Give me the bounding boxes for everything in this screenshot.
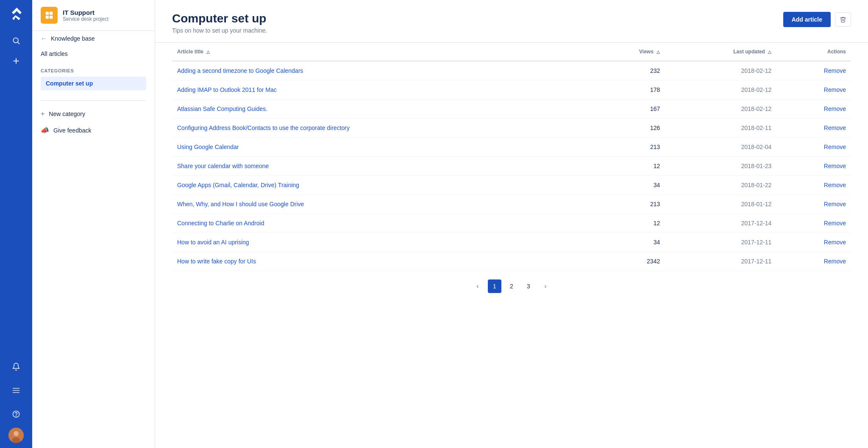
article-views-cell: 213 bbox=[593, 195, 665, 214]
sort-icon-updated: △ bbox=[768, 50, 771, 54]
app-logo[interactable] bbox=[8, 5, 25, 22]
new-category-action[interactable]: + New category bbox=[32, 106, 155, 122]
article-title-link[interactable]: Share your calendar with someone bbox=[177, 163, 269, 169]
remove-article-link[interactable]: Remove bbox=[824, 67, 846, 74]
knowledge-base-back-nav[interactable]: ← Knowledge base bbox=[32, 31, 155, 46]
articles-table: Article title △ Views △ Last updated △ A… bbox=[172, 43, 851, 271]
menu-nav-icon[interactable] bbox=[8, 382, 25, 399]
main-content: Computer set up Tips on how to set up yo… bbox=[155, 0, 868, 448]
remove-article-link[interactable]: Remove bbox=[824, 182, 846, 188]
sidebar-divider bbox=[41, 100, 146, 101]
svg-rect-14 bbox=[46, 16, 49, 19]
articles-tbody: Adding a second timezone to Google Calen… bbox=[172, 61, 851, 271]
sort-icon-views: △ bbox=[657, 50, 660, 54]
article-action-cell: Remove bbox=[776, 233, 851, 252]
sort-icon-title: △ bbox=[206, 50, 210, 54]
article-title-link[interactable]: Configuring Address Book/Contacts to use… bbox=[177, 124, 350, 131]
article-views-cell: 213 bbox=[593, 138, 665, 157]
pagination-page-2[interactable]: 2 bbox=[505, 279, 518, 293]
sidebar-header: IT Support Service desk project bbox=[32, 0, 155, 31]
article-action-cell: Remove bbox=[776, 119, 851, 138]
search-nav-icon[interactable] bbox=[8, 32, 25, 49]
remove-article-link[interactable]: Remove bbox=[824, 258, 846, 265]
article-date-cell: 2018-02-04 bbox=[665, 138, 776, 157]
project-icon bbox=[41, 7, 58, 24]
table-row: Using Google Calendar 213 2018-02-04 Rem… bbox=[172, 138, 851, 157]
article-title-cell: Configuring Address Book/Contacts to use… bbox=[172, 119, 593, 138]
remove-article-link[interactable]: Remove bbox=[824, 220, 846, 227]
article-date-cell: 2017-12-11 bbox=[665, 233, 776, 252]
table-row: When, Why, and How I should use Google D… bbox=[172, 195, 851, 214]
article-title-link[interactable]: How to write fake copy for UIs bbox=[177, 258, 256, 265]
article-title-cell: Using Google Calendar bbox=[172, 138, 593, 157]
sidebar: IT Support Service desk project ← Knowle… bbox=[32, 0, 155, 448]
give-feedback-action[interactable]: 📣 Give feedback bbox=[32, 122, 155, 138]
article-date-cell: 2017-12-11 bbox=[665, 252, 776, 271]
article-views-cell: 12 bbox=[593, 157, 665, 176]
article-title-link[interactable]: Google Apps (Gmail, Calendar, Drive) Tra… bbox=[177, 182, 299, 188]
article-date-cell: 2018-01-22 bbox=[665, 176, 776, 195]
plus-icon: + bbox=[41, 110, 45, 118]
help-nav-icon[interactable] bbox=[8, 406, 25, 423]
article-views-cell: 232 bbox=[593, 61, 665, 80]
remove-article-link[interactable]: Remove bbox=[824, 124, 846, 131]
add-article-button[interactable]: Add article bbox=[783, 12, 831, 27]
all-articles-label: All articles bbox=[41, 50, 68, 57]
pagination: ‹ 1 2 3 › bbox=[172, 271, 851, 301]
article-views-cell: 34 bbox=[593, 176, 665, 195]
article-date-cell: 2018-02-12 bbox=[665, 61, 776, 80]
col-article-title[interactable]: Article title △ bbox=[172, 43, 593, 61]
article-title-cell: Adding a second timezone to Google Calen… bbox=[172, 61, 593, 80]
article-action-cell: Remove bbox=[776, 176, 851, 195]
remove-article-link[interactable]: Remove bbox=[824, 144, 846, 150]
table-row: How to avoid an AI uprising 34 2017-12-1… bbox=[172, 233, 851, 252]
table-row: Share your calendar with someone 12 2018… bbox=[172, 157, 851, 176]
col-views[interactable]: Views △ bbox=[593, 43, 665, 61]
all-articles-nav[interactable]: All articles bbox=[32, 46, 155, 61]
article-date-cell: 2018-01-23 bbox=[665, 157, 776, 176]
article-title-link[interactable]: Connecting to Charlie on Android bbox=[177, 220, 264, 227]
article-action-cell: Remove bbox=[776, 138, 851, 157]
pagination-page-1[interactable]: 1 bbox=[488, 279, 501, 293]
article-date-cell: 2017-12-14 bbox=[665, 214, 776, 233]
table-row: Google Apps (Gmail, Calendar, Drive) Tra… bbox=[172, 176, 851, 195]
article-title-link[interactable]: How to avoid an AI uprising bbox=[177, 239, 249, 246]
sidebar-item-computer-set-up[interactable]: Computer set up bbox=[41, 77, 146, 90]
article-action-cell: Remove bbox=[776, 80, 851, 100]
remove-article-link[interactable]: Remove bbox=[824, 105, 846, 112]
delete-button[interactable] bbox=[835, 12, 851, 27]
article-views-cell: 178 bbox=[593, 80, 665, 100]
pagination-prev[interactable]: ‹ bbox=[471, 279, 484, 293]
article-date-cell: 2018-01-12 bbox=[665, 195, 776, 214]
article-title-link[interactable]: Atlassian Safe Computing Guides. bbox=[177, 105, 267, 112]
far-left-nav bbox=[0, 0, 32, 448]
article-title-link[interactable]: Adding a second timezone to Google Calen… bbox=[177, 67, 303, 74]
remove-article-link[interactable]: Remove bbox=[824, 239, 846, 246]
article-views-cell: 34 bbox=[593, 233, 665, 252]
article-action-cell: Remove bbox=[776, 195, 851, 214]
article-views-cell: 12 bbox=[593, 214, 665, 233]
table-row: Connecting to Charlie on Android 12 2017… bbox=[172, 214, 851, 233]
pagination-next[interactable]: › bbox=[539, 279, 552, 293]
remove-article-link[interactable]: Remove bbox=[824, 163, 846, 169]
pagination-page-3[interactable]: 3 bbox=[522, 279, 535, 293]
articles-table-container: Article title △ Views △ Last updated △ A… bbox=[155, 43, 868, 448]
article-title-cell: Connecting to Charlie on Android bbox=[172, 214, 593, 233]
article-title-cell: Adding IMAP to Outlook 2011 for Mac bbox=[172, 80, 593, 100]
give-feedback-label: Give feedback bbox=[53, 127, 92, 134]
user-avatar[interactable] bbox=[8, 428, 24, 443]
article-title-link[interactable]: When, Why, and How I should use Google D… bbox=[177, 201, 304, 207]
col-last-updated[interactable]: Last updated △ bbox=[665, 43, 776, 61]
remove-article-link[interactable]: Remove bbox=[824, 86, 846, 93]
remove-article-link[interactable]: Remove bbox=[824, 201, 846, 207]
article-title-link[interactable]: Adding IMAP to Outlook 2011 for Mac bbox=[177, 86, 277, 93]
article-title-cell: Google Apps (Gmail, Calendar, Drive) Tra… bbox=[172, 176, 593, 195]
project-sub: Service desk project bbox=[63, 16, 108, 22]
notifications-nav-icon[interactable] bbox=[8, 358, 25, 375]
article-date-cell: 2018-02-12 bbox=[665, 80, 776, 100]
main-actions: Add article bbox=[783, 12, 851, 27]
svg-point-10 bbox=[14, 431, 19, 436]
create-nav-icon[interactable] bbox=[8, 53, 25, 69]
article-title-link[interactable]: Using Google Calendar bbox=[177, 144, 239, 150]
article-views-cell: 167 bbox=[593, 100, 665, 119]
